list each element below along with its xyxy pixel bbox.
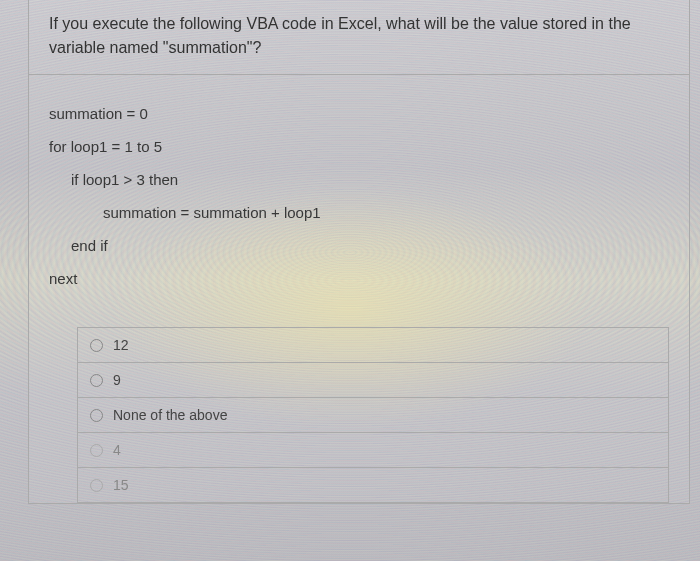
option-row[interactable]: 12 (78, 328, 668, 363)
code-line: summation = summation + loop1 (49, 196, 669, 229)
answer-options: 12 9 None of the above 4 15 (77, 327, 669, 503)
question-prompt: If you execute the following VBA code in… (29, 0, 689, 75)
option-row[interactable]: 9 (78, 363, 668, 398)
code-line: summation = 0 (49, 97, 669, 130)
code-block: summation = 0 for loop1 = 1 to 5 if loop… (29, 75, 689, 309)
radio-icon[interactable] (90, 374, 103, 387)
code-line: if loop1 > 3 then (49, 163, 669, 196)
code-line: end if (49, 229, 669, 262)
option-row[interactable]: 4 (78, 433, 668, 468)
option-label: 12 (113, 337, 129, 353)
option-label: 9 (113, 372, 121, 388)
option-label: None of the above (113, 407, 227, 423)
code-line: next (49, 262, 669, 295)
radio-icon[interactable] (90, 479, 103, 492)
option-label: 15 (113, 477, 129, 493)
radio-icon[interactable] (90, 444, 103, 457)
radio-icon[interactable] (90, 409, 103, 422)
option-label: 4 (113, 442, 121, 458)
radio-icon[interactable] (90, 339, 103, 352)
option-row[interactable]: None of the above (78, 398, 668, 433)
option-row[interactable]: 15 (78, 468, 668, 503)
question-card: If you execute the following VBA code in… (28, 0, 690, 504)
code-line: for loop1 = 1 to 5 (49, 130, 669, 163)
